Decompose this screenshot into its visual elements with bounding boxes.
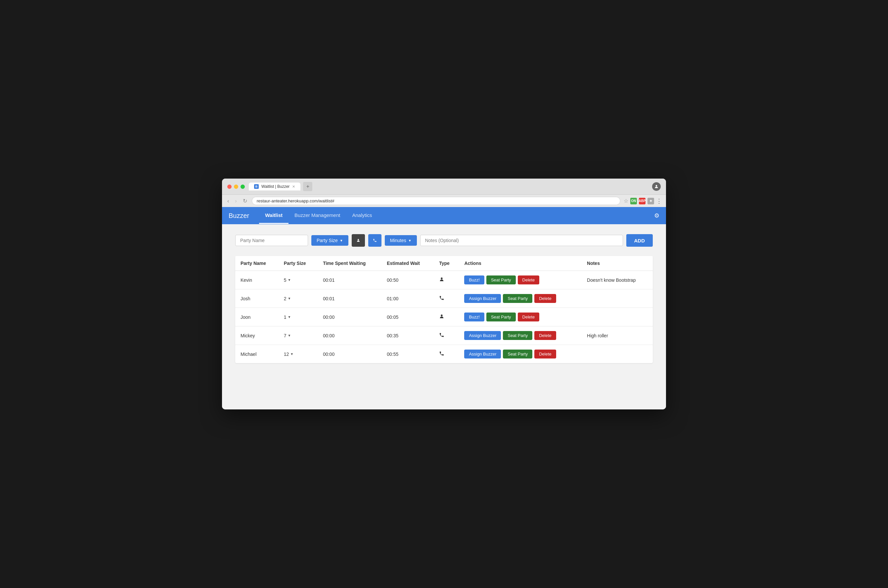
seat-party-button[interactable]: Seat Party <box>503 331 532 340</box>
cell-party-name: Kevin <box>235 271 279 290</box>
phone-icon <box>439 351 444 357</box>
cell-party-name: Josh <box>235 290 279 308</box>
size-dropdown-arrow[interactable]: ▼ <box>287 334 291 338</box>
address-icons: ☆ ON ABP ✦ ⋮ <box>624 197 662 205</box>
table-row: Michael12▼00:0000:55Assign BuzzerSeat Pa… <box>235 345 653 363</box>
cell-notes <box>581 290 653 308</box>
size-dropdown-arrow[interactable]: ▼ <box>290 352 293 356</box>
delete-button[interactable]: Delete <box>518 312 539 321</box>
settings-icon[interactable]: ⚙ <box>654 212 660 219</box>
size-value: 5 <box>284 278 287 283</box>
seat-party-button[interactable]: Seat Party <box>503 350 532 358</box>
delete-button[interactable]: Delete <box>518 276 539 284</box>
star-icon[interactable]: ☆ <box>624 198 628 204</box>
cell-actions: Buzz!Seat PartyDelete <box>459 271 581 290</box>
type-phone-button[interactable] <box>368 234 382 247</box>
party-name-input[interactable] <box>235 235 308 246</box>
cell-party-name: Mickey <box>235 326 279 345</box>
size-dropdown-arrow[interactable]: ▼ <box>287 278 291 282</box>
back-button[interactable]: ‹ <box>226 197 230 205</box>
maximize-button[interactable] <box>240 184 245 189</box>
delete-button[interactable]: Delete <box>534 331 556 340</box>
nav-links: Waitlist Buzzer Management Analytics <box>259 207 654 224</box>
type-person-button[interactable] <box>352 234 365 247</box>
party-size-label: Party Size <box>317 238 338 243</box>
seat-party-button[interactable]: Seat Party <box>486 276 516 284</box>
assign-buzzer-button[interactable]: Assign Buzzer <box>464 350 501 358</box>
extension-abp-icon[interactable]: ABP <box>639 198 646 204</box>
notes-input[interactable] <box>420 235 623 246</box>
size-value: 2 <box>284 296 287 301</box>
party-size-caret: ▼ <box>340 239 343 242</box>
cell-party-name: Joon <box>235 308 279 326</box>
cell-estimated-wait: 00:55 <box>382 345 434 363</box>
cell-type <box>434 345 459 363</box>
cell-estimated-wait: 00:50 <box>382 271 434 290</box>
cell-estimated-wait: 01:00 <box>382 290 434 308</box>
cell-party-size: 12▼ <box>279 345 318 363</box>
new-tab-button[interactable]: + <box>303 182 313 191</box>
tab-close-button[interactable]: ✕ <box>292 184 295 189</box>
assign-buzzer-button[interactable]: Assign Buzzer <box>464 294 501 303</box>
main-content: Party Size ▼ Minutes ▼ ADD Party Name Pa… <box>222 224 666 410</box>
delete-button[interactable]: Delete <box>534 350 556 358</box>
cell-type <box>434 290 459 308</box>
close-button[interactable] <box>227 184 231 189</box>
app-brand[interactable]: Buzzer <box>228 212 249 220</box>
active-tab[interactable]: B Waitlist | Buzzer ✕ <box>249 183 301 190</box>
browser-window: B Waitlist | Buzzer ✕ + ‹ › ↻ restaur-an… <box>222 178 666 410</box>
phone-icon <box>439 296 444 302</box>
waitlist-table: Party Name Party Size Time Spent Waiting… <box>235 256 653 363</box>
svg-point-2 <box>441 278 442 279</box>
svg-point-0 <box>656 185 657 186</box>
address-bar: ‹ › ↻ restaur-anteater.herokuapp.com/wai… <box>222 195 666 207</box>
size-value: 7 <box>284 333 287 338</box>
person-icon <box>439 278 444 284</box>
size-value: 1 <box>284 315 287 320</box>
cell-type <box>434 308 459 326</box>
table-header: Party Name Party Size Time Spent Waiting… <box>235 256 653 271</box>
cell-actions: Assign BuzzerSeat PartyDelete <box>459 326 581 345</box>
user-profile-icon[interactable] <box>652 182 661 191</box>
cell-actions: Assign BuzzerSeat PartyDelete <box>459 290 581 308</box>
cell-notes <box>581 308 653 326</box>
party-size-dropdown[interactable]: Party Size ▼ <box>311 235 349 246</box>
minimize-button[interactable] <box>234 184 238 189</box>
cell-party-size: 5▼ <box>279 271 318 290</box>
nav-buzzer-management[interactable]: Buzzer Management <box>288 207 346 224</box>
cell-time-spent: 00:01 <box>318 290 382 308</box>
size-dropdown-arrow[interactable]: ▼ <box>287 315 291 319</box>
cell-time-spent: 00:01 <box>318 271 382 290</box>
minutes-label: Minutes <box>390 238 406 243</box>
table-row: Mickey7▼00:0000:35Assign BuzzerSeat Part… <box>235 326 653 345</box>
add-button[interactable]: ADD <box>626 234 653 247</box>
forward-button[interactable]: › <box>234 197 238 205</box>
cell-notes <box>581 345 653 363</box>
assign-buzzer-button[interactable]: Assign Buzzer <box>464 331 501 340</box>
buzz-button[interactable]: Buzz! <box>464 312 484 321</box>
nav-waitlist[interactable]: Waitlist <box>259 207 288 224</box>
svg-point-3 <box>441 315 442 316</box>
traffic-lights <box>227 184 245 189</box>
url-bar[interactable]: restaur-anteater.herokuapp.com/waitlist# <box>252 197 621 205</box>
col-type: Type <box>434 256 459 271</box>
buzz-button[interactable]: Buzz! <box>464 276 484 284</box>
browser-menu-icon[interactable]: ⋮ <box>656 197 662 205</box>
refresh-button[interactable]: ↻ <box>242 197 248 205</box>
cell-estimated-wait: 00:35 <box>382 326 434 345</box>
seat-party-button[interactable]: Seat Party <box>486 312 516 321</box>
cell-time-spent: 00:00 <box>318 308 382 326</box>
col-actions: Actions <box>459 256 581 271</box>
seat-party-button[interactable]: Seat Party <box>503 294 532 303</box>
nav-analytics[interactable]: Analytics <box>346 207 378 224</box>
minutes-dropdown[interactable]: Minutes ▼ <box>385 235 417 246</box>
extension-extra-icon[interactable]: ✦ <box>648 198 654 204</box>
title-bar: B Waitlist | Buzzer ✕ + <box>222 178 666 195</box>
size-dropdown-arrow[interactable]: ▼ <box>287 297 291 300</box>
table-row: Joon1▼00:0000:05Buzz!Seat PartyDelete <box>235 308 653 326</box>
window-controls <box>652 182 661 191</box>
delete-button[interactable]: Delete <box>534 294 556 303</box>
cell-notes: High roller <box>581 326 653 345</box>
extension-on-icon[interactable]: ON <box>630 198 637 204</box>
col-time-spent: Time Spent Waiting <box>318 256 382 271</box>
